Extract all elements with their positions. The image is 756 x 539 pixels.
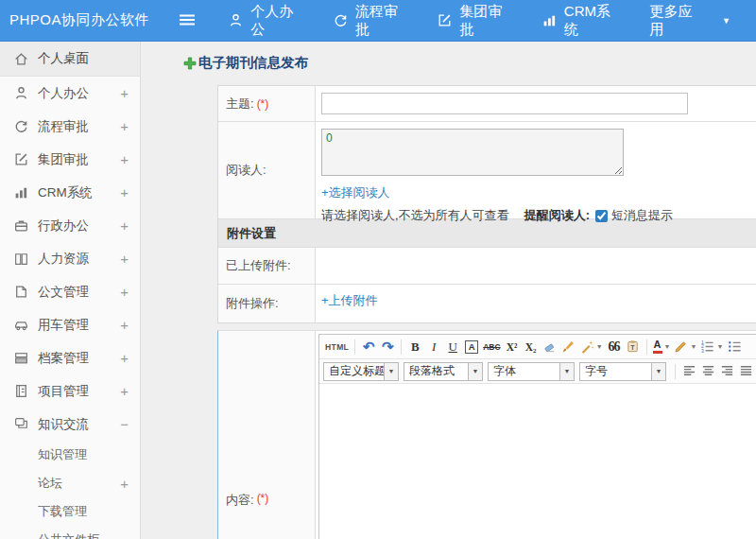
undo-icon-glyph: ↶ — [363, 339, 375, 356]
chevron-down-icon[interactable]: ▼ — [559, 363, 574, 380]
italic-icon[interactable]: I — [424, 337, 443, 356]
bold-icon[interactable]: B — [405, 337, 424, 356]
top-nav: 个人办公流程审批集团审批CRM系统更多应用▼ — [228, 3, 756, 39]
sidebar-item-public-file-cabinet[interactable]: 公共文件柜 — [0, 526, 140, 539]
attachment-ops-row: 附件操作: +上传附件 — [218, 285, 756, 322]
expand-toggle[interactable]: + — [120, 184, 129, 200]
redo-icon[interactable]: ↷ — [378, 337, 397, 356]
sidebar-item-admin-office[interactable]: 行政办公+ — [0, 209, 140, 242]
briefcase-icon — [13, 217, 29, 234]
chevron-down-icon[interactable]: ▼ — [651, 363, 665, 380]
expand-toggle[interactable]: + — [120, 217, 129, 234]
nav-item-process-approval[interactable]: 流程审批 — [333, 3, 412, 39]
expand-toggle[interactable]: + — [120, 317, 129, 333]
hamburger-menu-icon[interactable] — [179, 13, 199, 28]
nav-item-group-approval[interactable]: 集团审批 — [437, 3, 516, 39]
sidebar-item-group-approval[interactable]: 集团审批+ — [0, 143, 140, 176]
align-right-icon[interactable] — [717, 361, 736, 381]
process-icon — [333, 12, 349, 28]
toolbar-separator — [646, 339, 647, 355]
heading-select[interactable]: 自定义标题▼ — [323, 362, 399, 381]
sidebar-item-personal-desktop[interactable]: 个人桌面 — [0, 42, 140, 77]
unordered-list-icon[interactable] — [725, 337, 744, 356]
attachment-ops-label: 附件操作: — [218, 285, 316, 322]
sidebar-item-document-mgmt[interactable]: 公文管理+ — [0, 275, 140, 308]
upload-attachment-link[interactable]: +上传附件 — [321, 292, 378, 309]
sidebar-item-knowledge-mgmt[interactable]: 知识管理 — [0, 441, 140, 469]
nav-item-personal-office[interactable]: 个人办公 — [228, 3, 307, 39]
subscript-icon[interactable]: X₂ — [522, 337, 541, 356]
underline-icon[interactable]: U — [443, 337, 462, 356]
quickformat-wand-icon[interactable]: ▼ — [578, 337, 605, 356]
subject-row: 主题: (*) — [218, 86, 756, 122]
html-source-button[interactable]: HTML — [323, 337, 351, 356]
expand-toggle[interactable]: + — [120, 284, 129, 300]
subject-label: 主题: (*) — [218, 86, 316, 121]
chevron-down-icon[interactable]: ▼ — [722, 16, 730, 26]
chart-icon — [13, 184, 29, 200]
highlight-pen-icon[interactable]: ▼ — [672, 337, 698, 356]
strikethrough-icon[interactable]: ABC — [481, 337, 502, 356]
sms-remind-label: 短消息提示 — [611, 207, 673, 224]
expand-toggle[interactable]: + — [120, 476, 129, 492]
chevron-down-icon[interactable]: ▼ — [596, 343, 603, 350]
nav-item-crm-system[interactable]: CRM系统 — [541, 3, 625, 39]
editor-toolbar-row2: 自定义标题▼段落格式▼字体▼字号▼ — [319, 359, 756, 384]
nav-item-more-apps[interactable]: 更多应用▼ — [650, 3, 730, 39]
sidebar-item-crm-system[interactable]: CRM系统+ — [0, 176, 140, 209]
chevron-down-icon[interactable]: ▼ — [690, 343, 696, 350]
sms-remind-checkbox[interactable] — [595, 210, 608, 222]
subject-input[interactable] — [321, 93, 688, 114]
chevron-down-icon[interactable]: ▼ — [384, 363, 398, 380]
sidebar-item-human-resources[interactable]: 人力资源+ — [0, 242, 140, 275]
nav-item-label: 集团审批 — [459, 3, 516, 39]
blockquote-icon[interactable]: 66 — [605, 337, 624, 356]
expand-toggle[interactable]: + — [120, 85, 129, 101]
superscript-icon[interactable]: X² — [503, 337, 522, 356]
chevron-down-icon[interactable]: ▼ — [468, 363, 482, 380]
sidebar-item-label: 知识交流 — [38, 416, 89, 433]
chevron-down-icon[interactable]: ▼ — [716, 343, 723, 350]
expand-toggle[interactable]: − — [120, 416, 129, 432]
sidebar-item-vehicle-mgmt[interactable]: 用车管理+ — [0, 308, 140, 341]
font-family-select-value: 字体 — [489, 363, 559, 379]
eraser-icon[interactable] — [541, 337, 559, 356]
toolbar-separator — [354, 339, 355, 355]
sidebar-item-label: 论坛 — [38, 475, 62, 492]
expand-toggle[interactable]: + — [120, 118, 129, 134]
chevron-down-icon[interactable]: ▼ — [664, 343, 671, 350]
paste-plain-icon[interactable]: T — [624, 337, 643, 356]
sidebar-item-project-mgmt[interactable]: 项目管理+ — [0, 374, 140, 408]
align-center-icon[interactable] — [698, 361, 717, 381]
sidebar-item-personal-office[interactable]: 个人办公+ — [0, 77, 140, 110]
readers-textarea[interactable] — [321, 129, 624, 176]
app-logo: PHPOA协同办公软件 — [0, 11, 179, 29]
select-readers-link[interactable]: +选择阅读人 — [321, 184, 390, 201]
align-left-icon[interactable] — [679, 361, 698, 381]
undo-icon[interactable]: ↶ — [359, 337, 378, 356]
font-color-icon[interactable]: A▼ — [651, 337, 673, 356]
font-family-select[interactable]: 字体▼ — [488, 362, 575, 381]
remind-readers-label: 提醒阅读人: — [524, 207, 590, 224]
blockquote-icon-glyph: 66 — [609, 339, 620, 355]
sidebar-item-forum[interactable]: 论坛+ — [0, 469, 140, 497]
sidebar-item-process-approval[interactable]: 流程审批+ — [0, 110, 140, 143]
paragraph-select[interactable]: 段落格式▼ — [404, 362, 483, 381]
font-size-select[interactable]: 字号▼ — [579, 362, 666, 381]
sidebar-item-label: 行政办公 — [38, 217, 89, 235]
sidebar-item-archive-mgmt[interactable]: 档案管理+ — [0, 341, 140, 374]
expand-toggle[interactable]: + — [120, 383, 129, 399]
editor-content-area[interactable] — [319, 384, 756, 539]
notebook-icon — [13, 383, 29, 399]
font-style-box-icon[interactable]: A — [462, 337, 481, 356]
uploaded-attachments-row: 已上传附件: — [218, 248, 756, 285]
expand-toggle[interactable]: + — [120, 350, 129, 366]
expand-toggle[interactable]: + — [120, 151, 129, 167]
sidebar-item-knowledge-exchange[interactable]: 知识交流− — [0, 408, 140, 441]
strikethrough-icon-glyph: ABC — [483, 342, 500, 352]
expand-toggle[interactable]: + — [120, 251, 129, 267]
sidebar-item-download-mgmt[interactable]: 下载管理 — [0, 497, 140, 526]
format-brush-icon[interactable] — [559, 337, 578, 356]
align-justify-icon[interactable] — [736, 361, 755, 381]
ordered-list-icon[interactable]: 123▼ — [698, 337, 725, 356]
